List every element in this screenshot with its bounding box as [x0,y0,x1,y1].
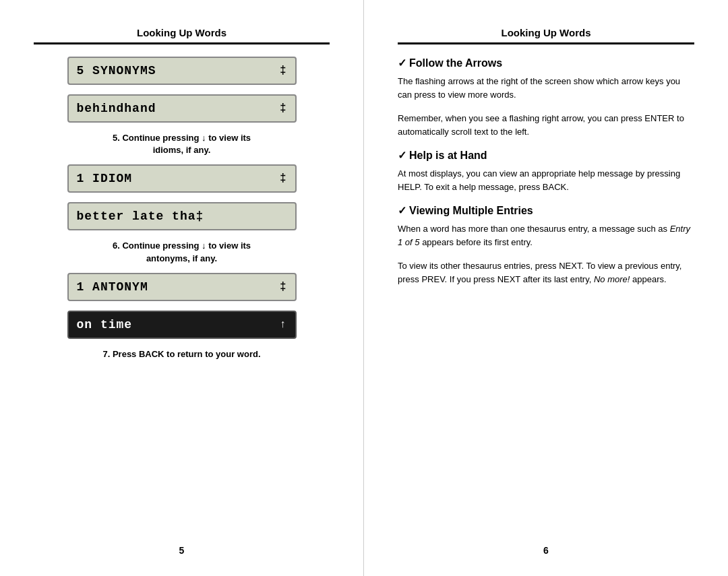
lcd-idiom-arrows: ‡ [280,172,287,185]
right-page-header: Looking Up Words [398,27,694,38]
follow-arrows-para1: The flashing arrows at the right of the … [398,75,694,101]
step-7: 7. Press BACK to return to your word. [74,348,290,360]
left-page-number: 5 [179,545,185,556]
viewing-multiple-title: ✓ Viewing Multiple Entries [398,204,694,217]
viewing-multiple-checkmark: ✓ [398,204,406,217]
lcd-synonyms-arrows: ‡ [280,65,287,77]
lcd-synonyms-count: 5 SYNONYMS ‡ [67,57,297,85]
help-title-text: Help is at Hand [409,150,487,162]
section-viewing-multiple: ✓ Viewing Multiple Entries When a word h… [398,204,694,286]
lcd-behindhand: behindhand ‡ [67,94,297,123]
help-para1: At most displays, you can view an approp… [398,167,694,193]
lcd-antonym-arrows: ‡ [280,281,287,293]
lcd-on-time-arrows: ↑ [280,319,287,331]
lcd-idiom-text: 1 IDIOM [77,172,274,185]
section-help: ✓ Help is at Hand At most displays, you … [398,149,694,193]
lcd-antonym-text: 1 ANTONYM [77,280,274,294]
right-header-divider [398,42,694,44]
lcd-idiom-count: 1 IDIOM ‡ [67,164,297,193]
follow-arrows-title: ✓ Follow the Arrows [398,57,694,69]
lcd-behindhand-arrows: ‡ [280,102,287,115]
left-content: 5 SYNONYMS ‡ behindhand ‡ 5. Continue pr… [34,57,330,369]
follow-arrows-para2: Remember, when you see a flashing right … [398,112,694,138]
left-page: Looking Up Words 5 SYNONYMS ‡ behindhand… [0,0,364,576]
right-page: Looking Up Words ✓ Follow the Arrows The… [364,0,728,576]
lcd-on-time-text: on time [77,318,274,331]
section-follow-arrows: ✓ Follow the Arrows The flashing arrows … [398,57,694,138]
follow-arrows-checkmark: ✓ [398,57,406,69]
viewing-multiple-para2: To view its other thesaurus entries, pre… [398,259,694,286]
step-6: 6. Continue pressing ↓ to view itsantony… [74,240,290,264]
lcd-better-late: better late tha‡ [67,202,297,230]
lcd-synonyms-text: 5 SYNONYMS [77,64,274,77]
viewing-multiple-title-text: Viewing Multiple Entries [409,205,533,217]
right-content: ✓ Follow the Arrows The flashing arrows … [398,57,694,296]
help-title: ✓ Help is at Hand [398,149,694,162]
follow-arrows-title-text: Follow the Arrows [409,57,502,69]
lcd-behindhand-text: behindhand [77,102,274,115]
lcd-antonym-count: 1 ANTONYM ‡ [67,273,297,301]
right-page-number: 6 [543,545,549,556]
help-checkmark: ✓ [398,149,406,162]
lcd-better-late-text: better late tha‡ [77,210,287,223]
viewing-multiple-para1: When a word has more than one thesaurus … [398,222,694,249]
left-title: Looking Up Words [34,27,330,38]
lcd-on-time: on time ↑ [67,311,297,339]
left-page-header: Looking Up Words [34,27,330,38]
step-5: 5. Continue pressing ↓ to view itsidioms… [74,132,290,156]
right-title: Looking Up Words [398,27,694,38]
header-divider [34,42,330,44]
